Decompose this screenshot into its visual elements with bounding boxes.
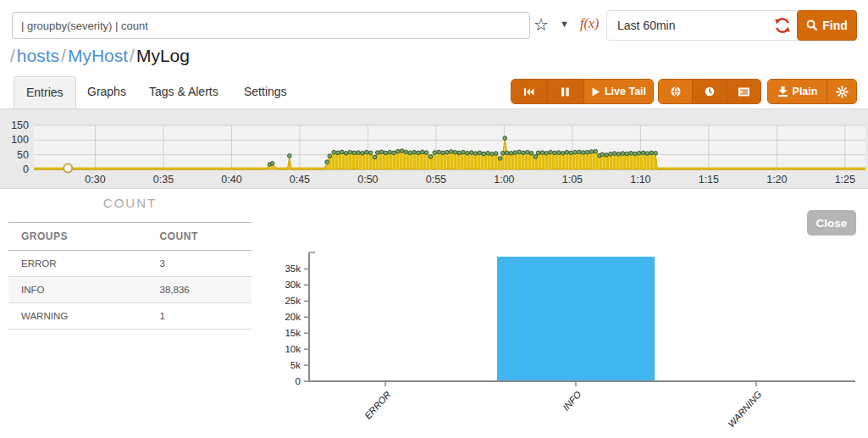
live-tail-label: Live Tail bbox=[605, 86, 646, 97]
timeline-strip: 0501001500:300:350:400:450:500:551:001:0… bbox=[0, 108, 868, 189]
table-row[interactable]: WARNING1 bbox=[8, 303, 252, 330]
settings-gear-button[interactable] bbox=[827, 80, 856, 103]
log-viewer-app: ☆ ▼ f(x) Find /hosts/MyHost/MyLog Entrie… bbox=[0, 0, 868, 438]
svg-text:1:15: 1:15 bbox=[699, 174, 719, 186]
rewind-icon bbox=[523, 86, 534, 97]
table-header-row: GROUPS COUNT bbox=[8, 223, 252, 251]
svg-text:INFO: INFO bbox=[561, 389, 583, 413]
table-row[interactable]: ERROR3 bbox=[8, 251, 252, 277]
column-header-groups: GROUPS bbox=[8, 223, 147, 251]
time-range-box: Find bbox=[606, 10, 857, 41]
timeline-chart[interactable]: 0501001500:300:350:400:450:500:551:001:0… bbox=[0, 109, 868, 188]
severity-bar-chart[interactable]: 05k10k15k20k25k30k35kERRORINFOWARNING bbox=[271, 244, 864, 434]
svg-text:0:55: 0:55 bbox=[426, 174, 446, 186]
svg-text:50: 50 bbox=[17, 149, 29, 161]
gear-icon bbox=[836, 86, 849, 98]
tab-entries[interactable]: Entries bbox=[14, 76, 76, 108]
count-cell: 1 bbox=[147, 303, 252, 330]
table-row[interactable]: INFO38,836 bbox=[8, 277, 252, 303]
group-cell[interactable]: INFO bbox=[8, 277, 147, 303]
svg-text:0: 0 bbox=[296, 376, 301, 386]
log-list-icon bbox=[738, 86, 750, 97]
playback-button-group: Live Tail bbox=[511, 79, 654, 104]
results-title: COUNT bbox=[8, 196, 252, 210]
svg-text:1:05: 1:05 bbox=[562, 174, 583, 186]
svg-text:0:40: 0:40 bbox=[221, 174, 241, 186]
svg-text:1:10: 1:10 bbox=[630, 174, 650, 186]
svg-text:25k: 25k bbox=[285, 296, 301, 306]
live-tail-button[interactable]: Live Tail bbox=[584, 80, 653, 103]
refresh-arrows-icon bbox=[773, 16, 792, 35]
svg-text:15k: 15k bbox=[285, 328, 301, 338]
count-cell: 3 bbox=[147, 251, 252, 277]
svg-text:10k: 10k bbox=[285, 344, 301, 354]
svg-text:30k: 30k bbox=[285, 280, 301, 290]
svg-text:0:50: 0:50 bbox=[357, 174, 378, 186]
breadcrumb-separator: / bbox=[128, 46, 136, 65]
svg-text:0:35: 0:35 bbox=[153, 174, 174, 186]
count-cell: 38,836 bbox=[147, 277, 252, 303]
function-fx-button[interactable]: f(x) bbox=[580, 16, 599, 31]
favorite-star-icon[interactable]: ☆ bbox=[534, 14, 549, 35]
clock-icon bbox=[704, 86, 716, 97]
svg-text:1:20: 1:20 bbox=[766, 174, 787, 186]
query-input[interactable] bbox=[12, 12, 530, 39]
find-button[interactable]: Find bbox=[797, 10, 857, 41]
breadcrumb-separator: / bbox=[8, 46, 17, 65]
svg-text:1:25: 1:25 bbox=[835, 174, 855, 186]
svg-text:35k: 35k bbox=[285, 263, 301, 274]
svg-text:0:30: 0:30 bbox=[85, 174, 105, 186]
svg-text:1:00: 1:00 bbox=[494, 174, 514, 186]
column-header-count: COUNT bbox=[147, 223, 252, 251]
export-button-group: Plain bbox=[767, 79, 857, 104]
svg-text:5k: 5k bbox=[290, 360, 301, 370]
clock-button[interactable] bbox=[693, 80, 727, 103]
view-button-group bbox=[658, 79, 761, 104]
groups-count-table: GROUPS COUNT ERROR3INFO38,836WARNING1 bbox=[8, 222, 252, 330]
tab-settings[interactable]: Settings bbox=[232, 76, 299, 108]
time-range-input[interactable] bbox=[617, 11, 770, 40]
breadcrumb: /hosts/MyHost/MyLog bbox=[8, 46, 190, 66]
svg-text:0:45: 0:45 bbox=[290, 174, 310, 186]
find-button-label: Find bbox=[822, 19, 848, 32]
plain-label: Plain bbox=[793, 86, 818, 97]
group-cell[interactable]: WARNING bbox=[8, 303, 147, 330]
breadcrumb-separator: / bbox=[59, 46, 68, 65]
play-icon bbox=[591, 86, 600, 97]
globe-icon bbox=[670, 86, 682, 97]
download-plain-button[interactable]: Plain bbox=[768, 80, 827, 103]
download-icon bbox=[777, 86, 788, 97]
pause-button[interactable] bbox=[547, 80, 584, 103]
query-dropdown-caret-icon[interactable]: ▼ bbox=[560, 19, 569, 29]
svg-text:0: 0 bbox=[23, 164, 29, 175]
pause-icon bbox=[561, 86, 570, 97]
breadcrumb-myhost-link[interactable]: MyHost bbox=[68, 46, 128, 65]
svg-text:20k: 20k bbox=[285, 312, 301, 322]
refresh-icon[interactable] bbox=[773, 16, 792, 35]
close-button[interactable]: Close bbox=[807, 210, 856, 236]
jump-to-start-button[interactable] bbox=[511, 80, 547, 103]
svg-text:100: 100 bbox=[11, 134, 29, 146]
tab-graphs[interactable]: Graphs bbox=[75, 76, 138, 108]
svg-text:150: 150 bbox=[11, 119, 29, 131]
group-cell[interactable]: ERROR bbox=[8, 251, 147, 277]
bar-chart-area: 05k10k15k20k25k30k35kERRORINFOWARNING bbox=[271, 244, 864, 437]
globe-button[interactable] bbox=[659, 80, 693, 103]
breadcrumb-current-page: MyLog bbox=[136, 46, 190, 65]
breadcrumb-hosts-link[interactable]: hosts bbox=[17, 46, 59, 65]
svg-text:WARNING: WARNING bbox=[726, 389, 764, 430]
magnifier-icon bbox=[806, 19, 818, 31]
log-view-button[interactable] bbox=[727, 80, 760, 103]
svg-text:ERROR: ERROR bbox=[362, 389, 393, 421]
tab-tags-alerts[interactable]: Tags & Alerts bbox=[137, 76, 230, 108]
